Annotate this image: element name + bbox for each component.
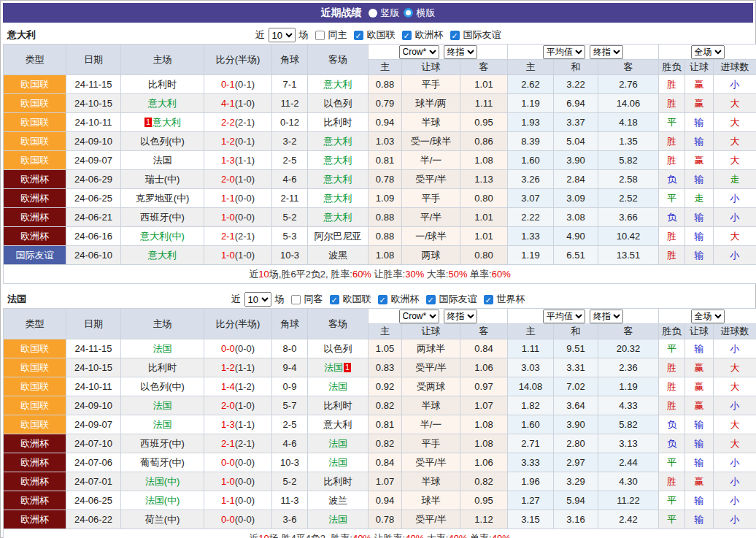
- handicap-result-cell: 赢: [685, 75, 714, 94]
- league-checkbox-1[interactable]: ✓: [402, 31, 412, 40]
- fulltime-score: 1-3: [221, 155, 235, 166]
- fulltime-score: 0-0: [221, 343, 235, 354]
- odds-away-cell: 0.86: [460, 132, 508, 151]
- avg-away-cell: 1.35: [598, 132, 659, 151]
- odds-stage-select[interactable]: 终指: [444, 310, 477, 323]
- away-team-name: 意大利: [324, 193, 352, 204]
- avg-select[interactable]: 平均值: [543, 45, 585, 59]
- team-section-0: 意大利近10场同主✓欧国联✓欧洲杯✓国际友谊类型日期主场比分(半场)角球客场Cr…: [3, 26, 753, 284]
- result-cell: 胜: [659, 132, 685, 151]
- score-cell: 1-3(1-1): [204, 415, 272, 434]
- away-team-name: 意大利: [324, 136, 352, 147]
- odds-stage-select[interactable]: 终指: [444, 45, 477, 59]
- date-cell: 24-07-01: [66, 472, 121, 491]
- home-team-name: 意大利: [148, 250, 177, 261]
- table-row: 欧洲杯24-06-16意大利(中)2-1(2-1)5-3阿尔巴尼亚0.88一/球…: [4, 227, 756, 246]
- filter-bar: 近10场同客✓欧国联✓欧洲杯✓国际友谊✓世界杯: [231, 292, 525, 307]
- handicap-result-cell: 走: [685, 189, 714, 208]
- odds-home-cell: 1.09: [369, 189, 402, 208]
- type-cell: 欧洲杯: [4, 491, 66, 510]
- sub-column-header-8: 进球数: [714, 324, 756, 339]
- date-cell: 24-11-15: [66, 339, 121, 358]
- section-team-name: 法国: [7, 293, 26, 306]
- same-venue-checkbox[interactable]: [315, 31, 325, 40]
- scope-select[interactable]: 全场: [691, 310, 725, 323]
- section-team-name: 意大利: [7, 28, 36, 42]
- result-cell: 负: [659, 208, 685, 227]
- league-checkbox-3[interactable]: ✓: [484, 295, 493, 304]
- column-header-4: 角球: [272, 45, 308, 75]
- home-team-cell: 比利时: [121, 75, 204, 94]
- type-cell: 欧国联: [4, 396, 66, 415]
- odds-company-select[interactable]: Crow*: [399, 45, 439, 59]
- corner-cell: 3-6: [272, 510, 308, 529]
- column-header-2: 主场: [121, 45, 204, 75]
- date-cell: 24-06-22: [66, 510, 121, 529]
- odds-home-cell: 0.78: [369, 510, 402, 529]
- type-cell: 欧国联: [4, 358, 66, 377]
- goals-result-cell: 小: [714, 339, 756, 358]
- odds-company-select[interactable]: Crow*: [399, 310, 439, 323]
- result-cell: 负: [659, 170, 685, 189]
- goals-result-cell: 小: [714, 189, 756, 208]
- league-label-2: 国际友谊: [439, 293, 477, 306]
- halftime-score: (0-0): [235, 495, 255, 506]
- result-cell: 胜: [659, 227, 685, 246]
- handicap-cell: 球半/两: [402, 94, 460, 113]
- halftime-score: (0-0): [235, 514, 255, 525]
- sub-column-header-1: 让球: [402, 60, 460, 75]
- avg-stage-select[interactable]: 终指: [590, 45, 623, 59]
- layout-radio-vertical[interactable]: [369, 9, 377, 18]
- layout-radio-group: 竖版 横版: [369, 7, 436, 20]
- league-checkbox-0[interactable]: ✓: [354, 31, 363, 40]
- avg-home-cell: 1.19: [508, 246, 554, 265]
- avg-away-cell: 3.66: [598, 208, 659, 227]
- avg-stage-select[interactable]: 终指: [590, 310, 623, 323]
- summary-segment: 50%: [448, 269, 467, 280]
- league-checkbox-1[interactable]: ✓: [378, 295, 387, 304]
- away-team-name: 意大利: [324, 174, 352, 185]
- score-cell: 0-0(0-0): [204, 510, 272, 529]
- handicap-cell: 平手: [402, 75, 460, 94]
- date-cell: 24-06-21: [66, 208, 121, 227]
- goals-result-cell: 小: [714, 510, 756, 529]
- sub-column-header-5: 客: [598, 324, 659, 339]
- avg-draw-cell: 6.94: [554, 94, 598, 113]
- league-checkbox-2[interactable]: ✓: [426, 295, 436, 304]
- home-team-cell: 法国(中): [121, 472, 204, 491]
- fulltime-score: 2-1: [221, 438, 235, 449]
- score-cell: 1-2(0-1): [204, 132, 272, 151]
- avg-draw-cell: 3.31: [554, 358, 598, 377]
- score-cell: 0-0(0-0): [204, 453, 272, 472]
- avg-home-cell: 1.60: [508, 151, 554, 170]
- league-label-2: 国际友谊: [463, 28, 501, 42]
- recent-count-select[interactable]: 10: [269, 28, 296, 42]
- date-cell: 24-06-29: [66, 170, 121, 189]
- league-checkbox-0[interactable]: ✓: [330, 295, 339, 304]
- home-team-cell: 西班牙(中): [121, 208, 204, 227]
- table-row: 欧国联24-11-15法国0-0(0-0)8-0以色列1.05两球半0.841.…: [4, 339, 756, 358]
- result-cell: 平: [659, 189, 685, 208]
- summary-text: 近10场,胜6平2负2, 胜率:60% 让胜率:30% 大率:50% 单率:60…: [4, 265, 756, 284]
- same-venue-checkbox[interactable]: [291, 295, 301, 304]
- avg-away-cell: 4.30: [598, 472, 659, 491]
- results-table-1: 类型日期主场比分(半场)角球客场Crow*终指平均值终指全场主让球客主和客胜负让…: [3, 308, 756, 538]
- type-cell: 欧国联: [4, 415, 66, 434]
- goals-result-cell: 小: [714, 246, 756, 265]
- league-checkbox-2[interactable]: ✓: [450, 31, 460, 40]
- handicap-cell: 半/一: [402, 415, 460, 434]
- away-team-name: 法国: [328, 457, 347, 468]
- away-team-name: 法国: [324, 362, 343, 373]
- corner-cell: 10-3: [272, 453, 308, 472]
- layout-radio-horizontal[interactable]: [404, 8, 413, 18]
- result-cell: 胜: [659, 94, 685, 113]
- layout-radio-vertical-label: 竖版: [381, 7, 400, 20]
- avg-draw-cell: 3.90: [554, 151, 598, 170]
- recent-count-select[interactable]: 10: [244, 292, 271, 307]
- summary-segment: 让胜率:: [371, 533, 405, 538]
- scope-select[interactable]: 全场: [691, 45, 725, 59]
- type-cell: 欧洲杯: [4, 208, 66, 227]
- avg-home-cell: 2.71: [508, 434, 554, 453]
- avg-select[interactable]: 平均值: [543, 310, 585, 323]
- goals-result-cell: 大: [714, 94, 756, 113]
